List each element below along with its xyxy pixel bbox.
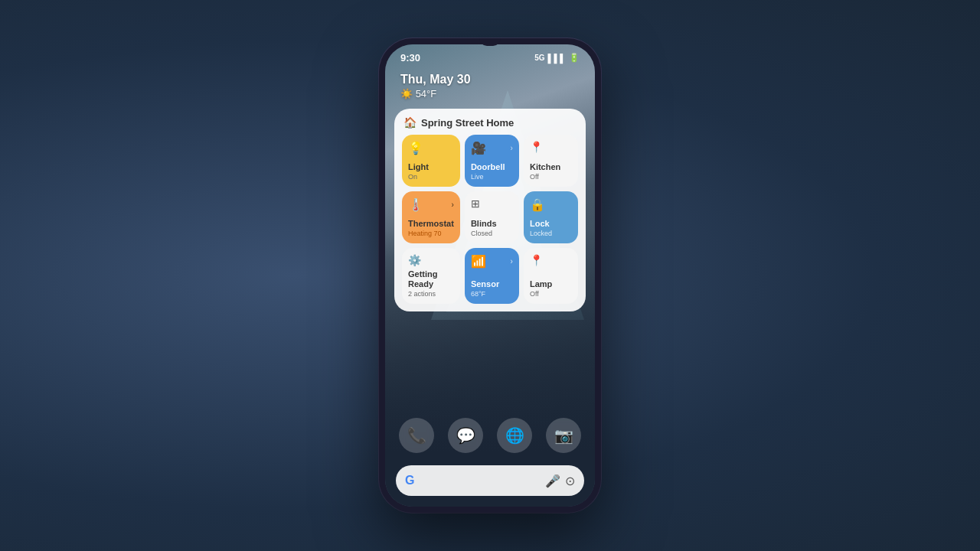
app-dock: 📞 💬 🌐 📷 bbox=[385, 418, 595, 453]
phone-device: 9:30 5G ▌▌▌ 🔋 Thu, May 30 ☀️ 54°F 🏠 Spri… bbox=[379, 38, 601, 513]
date-weather-section: Thu, May 30 ☀️ 54°F bbox=[385, 67, 595, 109]
tile-lamp-name: Lamp bbox=[530, 279, 572, 289]
tile-thermostat-name: Thermostat bbox=[408, 219, 454, 229]
microphone-icon[interactable]: 🎤 bbox=[545, 474, 560, 488]
temperature: 54°F bbox=[416, 88, 437, 99]
tile-kitchen-name: Kitchen bbox=[530, 162, 572, 172]
status-icons: 5G ▌▌▌ 🔋 bbox=[534, 53, 580, 63]
phone-screen: 9:30 5G ▌▌▌ 🔋 Thu, May 30 ☀️ 54°F 🏠 Spri… bbox=[385, 44, 595, 507]
tile-blinds-status: Closed bbox=[471, 230, 513, 237]
tile-light-name: Light bbox=[408, 162, 454, 172]
tile-getting-ready-name: Getting Ready bbox=[408, 269, 454, 289]
google-search-bar[interactable]: G 🎤 ⊙ bbox=[396, 465, 584, 496]
doorbell-chevron-icon: › bbox=[511, 144, 513, 152]
dock-camera[interactable]: 📷 bbox=[546, 418, 581, 453]
tile-lamp-status: Off bbox=[530, 290, 572, 298]
status-bar: 9:30 5G ▌▌▌ 🔋 bbox=[385, 44, 595, 67]
getting-ready-icon: ⚙️ bbox=[408, 254, 421, 266]
tile-lock-icon-row: 🔒 bbox=[530, 197, 572, 212]
status-time: 9:30 bbox=[400, 52, 420, 64]
tile-blinds-icon-row: ⊞ bbox=[471, 197, 513, 210]
weather-display: ☀️ 54°F bbox=[400, 88, 580, 99]
tile-sensor-status: 68°F bbox=[471, 290, 513, 298]
signal-icon: ▌▌▌ bbox=[548, 54, 566, 63]
tiles-grid: 💡 Light On 🎥 › Doorbell Live bbox=[402, 135, 578, 304]
google-logo: G bbox=[405, 474, 414, 487]
tile-doorbell-icon-row: 🎥 › bbox=[471, 141, 513, 155]
thermostat-chevron-icon: › bbox=[452, 201, 454, 209]
weather-icon: ☀️ bbox=[400, 88, 413, 99]
doorbell-icon: 🎥 bbox=[471, 141, 486, 155]
tile-lamp[interactable]: 📍 Lamp Off bbox=[524, 248, 578, 304]
tile-doorbell[interactable]: 🎥 › Doorbell Live bbox=[465, 135, 519, 187]
tile-lock-name: Lock bbox=[530, 219, 572, 229]
tile-sensor[interactable]: 📶 › Sensor 68°F bbox=[465, 248, 519, 304]
tile-kitchen-status: Off bbox=[530, 173, 572, 181]
blinds-icon: ⊞ bbox=[471, 197, 480, 210]
battery-icon: 🔋 bbox=[569, 53, 580, 63]
tile-blinds-name: Blinds bbox=[471, 219, 513, 229]
tile-thermostat-status: Heating 70 bbox=[408, 230, 454, 237]
lock-icon: 🔒 bbox=[530, 197, 545, 212]
dock-chrome[interactable]: 🌐 bbox=[497, 418, 532, 453]
tile-doorbell-name: Doorbell bbox=[471, 162, 513, 172]
tile-lamp-icon-row: 📍 bbox=[530, 254, 572, 266]
home-icon: 🏠 bbox=[403, 116, 416, 129]
network-indicator: 5G bbox=[534, 54, 544, 62]
dock-messages[interactable]: 💬 bbox=[448, 418, 483, 453]
tile-kitchen[interactable]: 📍 Kitchen Off bbox=[524, 135, 578, 187]
tile-light-status: On bbox=[408, 173, 454, 181]
tile-thermostat-icon-row: 🌡️ › bbox=[408, 197, 454, 212]
tile-thermostat[interactable]: 🌡️ › Thermostat Heating 70 bbox=[402, 191, 460, 243]
thermostat-icon: 🌡️ bbox=[408, 197, 423, 212]
tile-getting-ready[interactable]: ⚙️ Getting Ready 2 actions bbox=[402, 248, 460, 304]
light-icon: 💡 bbox=[408, 141, 423, 155]
kitchen-icon: 📍 bbox=[530, 141, 543, 153]
tile-getting-ready-status: 2 actions bbox=[408, 290, 454, 298]
card-header: 🏠 Spring Street Home bbox=[402, 116, 578, 135]
tile-getting-ready-icon-row: ⚙️ bbox=[408, 254, 454, 266]
tile-light[interactable]: 💡 Light On bbox=[402, 135, 460, 187]
tile-lock-status: Locked bbox=[530, 230, 572, 237]
sensor-chevron-icon: › bbox=[511, 257, 513, 266]
sensor-icon: 📶 bbox=[471, 254, 486, 269]
lamp-icon: 📍 bbox=[530, 254, 543, 266]
card-title: Spring Street Home bbox=[421, 117, 514, 129]
tile-lock[interactable]: 🔒 Lock Locked bbox=[524, 191, 578, 243]
date-display: Thu, May 30 bbox=[400, 73, 580, 86]
tile-sensor-icon-row: 📶 › bbox=[471, 254, 513, 269]
tile-light-icon-row: 💡 bbox=[408, 141, 454, 155]
tile-sensor-name: Sensor bbox=[471, 279, 513, 289]
tile-doorbell-status: Live bbox=[471, 173, 513, 181]
tile-blinds[interactable]: ⊞ Blinds Closed bbox=[465, 191, 519, 243]
dock-phone[interactable]: 📞 bbox=[399, 418, 434, 453]
tile-kitchen-icon-row: 📍 bbox=[530, 141, 572, 153]
lens-icon[interactable]: ⊙ bbox=[565, 474, 575, 488]
smart-home-card: 🏠 Spring Street Home 💡 Light On bbox=[394, 109, 586, 311]
